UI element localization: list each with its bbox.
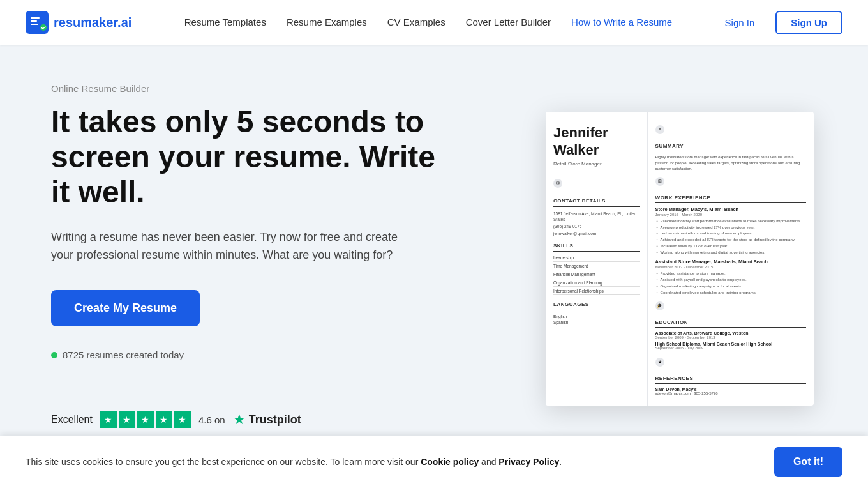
main-content: Online Resume Builder It takes only 5 se…	[0, 45, 868, 454]
edu-1-dates: September 2009 - September 2013	[655, 335, 806, 339]
svg-rect-1	[31, 17, 40, 19]
star-4: ★	[156, 411, 172, 428]
education-icon: 🎓	[655, 301, 664, 310]
experience-line	[655, 202, 806, 203]
cookie-text-main: This site uses cookies to ensure you get…	[26, 457, 418, 467]
job-2-title: Assistant Store Manager, Marshalls, Miam…	[655, 259, 806, 264]
trustpilot-brand: Trustpilot	[249, 413, 301, 427]
job-1-bullet-2: Average productivity increased 27% over …	[655, 225, 806, 230]
summary-section-title: Summary	[655, 143, 806, 149]
logo[interactable]: resumaker.ai	[26, 11, 131, 34]
auth-divider	[765, 16, 765, 29]
svg-rect-0	[26, 11, 49, 34]
rating-text: 4.6 on	[198, 415, 225, 425]
resume-job-title: Retail Store Manager	[553, 161, 640, 167]
logo-text: resumaker.ai	[54, 15, 131, 30]
count-text: 8725 resumes created today	[63, 349, 184, 360]
education-line	[655, 327, 806, 328]
summary-text: Highly motivated store manager with expe…	[655, 155, 806, 172]
nav-how-to-write[interactable]: How to Write a Resume	[571, 17, 672, 27]
languages-section-title: Languages	[553, 301, 640, 307]
navbar: resumaker.ai Resume Templates Resume Exa…	[0, 0, 868, 45]
edu-1-degree: Associate of Arts, Broward College, West…	[655, 331, 806, 335]
skills-section-title: Skills	[553, 243, 640, 248]
cookie-period: .	[559, 457, 562, 467]
job-1-bullet-4: Achieved and exceeded all KPI targets fo…	[655, 237, 806, 242]
excellent-label: Excellent	[51, 414, 93, 425]
summary-icon: ≡	[655, 125, 664, 134]
svg-rect-3	[31, 24, 38, 25]
sign-in-link[interactable]: Sign In	[725, 17, 755, 28]
star-rating: ★ ★ ★ ★ ★	[100, 411, 191, 428]
job-1-bullet-3: Led recruitment efforts and training of …	[655, 231, 806, 236]
job-1-date: January 2016 - March 2020	[655, 213, 806, 217]
nav-resume-templates[interactable]: Resume Templates	[184, 17, 266, 27]
summary-line	[655, 151, 806, 151]
job-2-bullet-1: Provided assistance to store manager.	[655, 271, 806, 276]
lang-1: English	[553, 314, 640, 319]
active-indicator	[51, 352, 57, 358]
contact-phone: (305) 249-0176	[553, 224, 640, 229]
ref-1-contact: sdevon@macys.com | 305-255-5776	[655, 392, 806, 395]
trustpilot-star-icon: ★	[233, 411, 246, 428]
job-2-bullet-4: Coordinated employee schedules and train…	[655, 290, 806, 295]
education-section-title: Education	[655, 319, 806, 325]
got-it-button[interactable]: Got it!	[774, 447, 842, 477]
contact-address: 1581 Jefferson Ave, Miami Beach, FL, Uni…	[553, 211, 640, 222]
logo-icon	[26, 11, 49, 34]
online-resume-label: Online Resume Builder	[51, 83, 460, 94]
job-1-bullet-6: Worked along with marketing and digital …	[655, 250, 806, 255]
contact-icon: ✉	[553, 179, 562, 188]
resume-right-column: ≡ Summary Highly motivated store manager…	[648, 112, 814, 406]
svg-rect-2	[31, 20, 37, 22]
skill-3: Financial Management	[553, 272, 640, 278]
nav-cv-examples[interactable]: CV Examples	[387, 17, 445, 27]
sign-up-button[interactable]: Sign Up	[775, 11, 842, 34]
contact-email: jennwalker@gmail.com	[553, 231, 640, 236]
trustpilot-logo: ★ Trustpilot	[233, 411, 301, 428]
references-line	[655, 383, 806, 384]
resumes-count: 8725 resumes created today	[51, 349, 460, 360]
job-1-bullet-1: Executed monthly staff performance evalu…	[655, 218, 806, 224]
resume-name: JenniferWalker	[553, 125, 640, 158]
contact-section-line	[553, 206, 640, 207]
experience-section-title: Work Experience	[655, 195, 806, 201]
cookie-and: and	[481, 457, 498, 467]
nav-links: Resume Templates Resume Examples CV Exam…	[184, 17, 672, 28]
resume-preview: JenniferWalker Retail Store Manager ✉ Co…	[546, 112, 814, 406]
star-1: ★	[100, 411, 117, 428]
job-2-date: November 2013 - December 2015	[655, 265, 806, 269]
star-2: ★	[119, 411, 135, 428]
ref-1-name: Sam Devon, Macy's	[655, 387, 806, 392]
skills-section-line	[553, 251, 640, 252]
experience-icon: ⊞	[655, 177, 664, 186]
references-icon: ★	[655, 358, 664, 367]
cookie-policy-link[interactable]: Cookie policy	[421, 457, 479, 467]
privacy-policy-link[interactable]: Privacy Policy	[498, 457, 559, 467]
star-5: ★	[174, 411, 191, 428]
contact-section-title: Contact Details	[553, 198, 640, 204]
nav-cover-letter[interactable]: Cover Letter Builder	[466, 17, 551, 27]
job-1-bullet-5: Increased sales by 117% over last year.	[655, 243, 806, 248]
hero-right: JenniferWalker Retail Store Manager ✉ Co…	[542, 105, 817, 406]
hero-left: Online Resume Builder It takes only 5 se…	[51, 83, 460, 428]
references-section-title: References	[655, 376, 806, 381]
job-1-title: Store Manager, Macy's, Miami Beach	[655, 206, 806, 212]
trustpilot-section: Excellent ★ ★ ★ ★ ★ 4.6 on ★ Trustpilot	[51, 392, 460, 428]
skill-4: Organization and Planning	[553, 280, 640, 287]
nav-resume-examples[interactable]: Resume Examples	[287, 17, 367, 27]
edu-2-dates: September 2005 - July 2009	[655, 346, 806, 350]
hero-description: Writing a resume has never been easier. …	[51, 228, 408, 265]
lang-2: Spanish	[553, 320, 640, 324]
star-3: ★	[137, 411, 154, 428]
job-2-bullet-3: Organized marketing campaigns at local e…	[655, 284, 806, 289]
cookie-text: This site uses cookies to ensure you get…	[26, 457, 749, 467]
skill-1: Leadership	[553, 255, 640, 262]
skill-5: Interpersonal Relationships	[553, 289, 640, 295]
auth-area: Sign In Sign Up	[725, 11, 842, 34]
hero-title: It takes only 5 seconds to screen your r…	[51, 104, 460, 210]
create-resume-button[interactable]: Create My Resume	[51, 290, 200, 326]
edu-2-degree: High School Diploma, Miami Beach Senior …	[655, 342, 806, 346]
job-2-bullet-2: Assisted with payroll and paychecks to e…	[655, 277, 806, 282]
languages-section-line	[553, 310, 640, 310]
